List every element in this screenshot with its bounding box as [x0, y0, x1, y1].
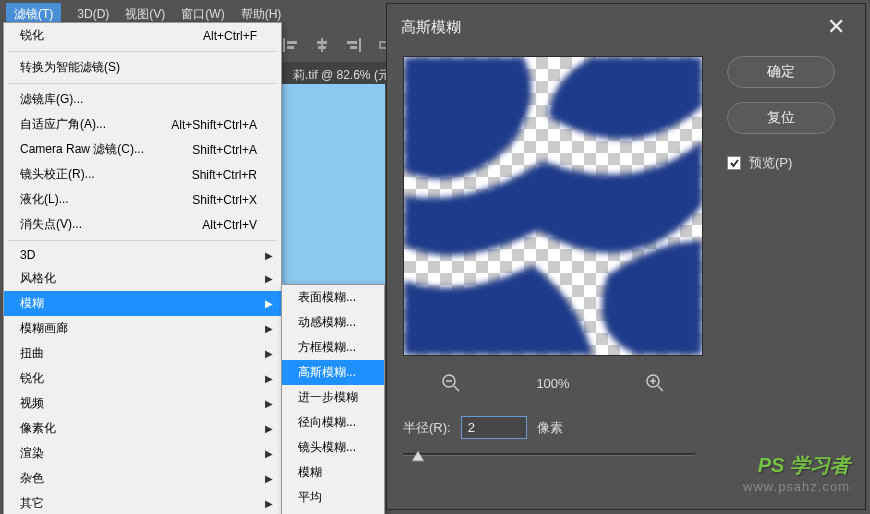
- chevron-right-icon: ▶: [265, 448, 273, 459]
- submenu-shape-blur[interactable]: 形状模糊...: [282, 510, 384, 514]
- preview-content: [404, 57, 702, 355]
- submenu-lens-blur[interactable]: 镜头模糊...: [282, 435, 384, 460]
- menu-item-pixelate[interactable]: 像素化▶: [4, 416, 281, 441]
- close-icon[interactable]: ✕: [821, 14, 851, 40]
- watermark: PS 学习者 www.psahz.com: [743, 452, 850, 494]
- check-icon: [729, 158, 740, 169]
- menu-item-stylize[interactable]: 风格化▶: [4, 266, 281, 291]
- zoom-percentage: 100%: [536, 376, 569, 391]
- menu-3d[interactable]: 3D(D): [77, 7, 109, 21]
- svg-point-1: [642, 207, 682, 235]
- menu-help[interactable]: 帮助(H): [241, 6, 282, 23]
- chevron-right-icon: ▶: [265, 323, 273, 334]
- menu-item-filter-gallery[interactable]: 滤镜库(G)...: [4, 87, 281, 112]
- menu-item-blur[interactable]: 模糊▶: [4, 291, 281, 316]
- preview-label: 预览(P): [749, 154, 792, 172]
- dialog-title: 高斯模糊: [401, 18, 461, 37]
- align-right-icon[interactable]: [345, 36, 363, 54]
- radius-unit: 像素: [537, 419, 563, 437]
- radius-label: 半径(R):: [403, 419, 451, 437]
- chevron-right-icon: ▶: [265, 373, 273, 384]
- menu-item-video[interactable]: 视频▶: [4, 391, 281, 416]
- menu-item-vanishing-point[interactable]: 消失点(V)...Alt+Ctrl+V: [4, 212, 281, 237]
- blur-submenu: 表面模糊... 动感模糊... 方框模糊... 高斯模糊... 进一步模糊 径向…: [281, 284, 385, 514]
- gaussian-blur-dialog: 高斯模糊 ✕ 100% 半径(R):: [386, 3, 866, 510]
- zoom-in-icon[interactable]: [644, 372, 666, 394]
- submenu-motion-blur[interactable]: 动感模糊...: [282, 310, 384, 335]
- chevron-right-icon: ▶: [265, 398, 273, 409]
- options-toolbar: [281, 28, 395, 62]
- submenu-box-blur[interactable]: 方框模糊...: [282, 335, 384, 360]
- menu-item-distort[interactable]: 扭曲▶: [4, 341, 281, 366]
- menu-item-smart-filter[interactable]: 转换为智能滤镜(S): [4, 55, 281, 80]
- preview-checkbox[interactable]: [727, 156, 741, 170]
- filter-menu: 锐化Alt+Ctrl+F 转换为智能滤镜(S) 滤镜库(G)... 自适应广角(…: [3, 22, 282, 514]
- chevron-right-icon: ▶: [265, 273, 273, 284]
- dialog-titlebar[interactable]: 高斯模糊 ✕: [387, 4, 865, 50]
- menu-item-other[interactable]: 其它▶: [4, 491, 281, 514]
- svg-line-3: [454, 386, 459, 391]
- menu-item-lens-correction[interactable]: 镜头校正(R)...Shift+Ctrl+R: [4, 162, 281, 187]
- menu-item-3d[interactable]: 3D▶: [4, 244, 281, 266]
- svg-marker-9: [412, 451, 424, 461]
- menu-item-last-filter[interactable]: 锐化Alt+Ctrl+F: [4, 23, 281, 48]
- menu-item-blur-gallery[interactable]: 模糊画廊▶: [4, 316, 281, 341]
- preview-image[interactable]: [403, 56, 703, 356]
- menu-item-render[interactable]: 渲染▶: [4, 441, 281, 466]
- radius-input[interactable]: [461, 416, 527, 439]
- ok-button[interactable]: 确定: [727, 56, 835, 88]
- submenu-blur-more[interactable]: 进一步模糊: [282, 385, 384, 410]
- chevron-right-icon: ▶: [265, 423, 273, 434]
- submenu-blur[interactable]: 模糊: [282, 460, 384, 485]
- menu-item-noise[interactable]: 杂色▶: [4, 466, 281, 491]
- zoom-out-icon[interactable]: [440, 372, 462, 394]
- submenu-surface-blur[interactable]: 表面模糊...: [282, 285, 384, 310]
- menu-item-camera-raw[interactable]: Camera Raw 滤镜(C)...Shift+Ctrl+A: [4, 137, 281, 162]
- menu-item-liquify[interactable]: 液化(L)...Shift+Ctrl+X: [4, 187, 281, 212]
- menu-item-sharpen[interactable]: 锐化▶: [4, 366, 281, 391]
- align-left-icon[interactable]: [281, 36, 299, 54]
- menu-view[interactable]: 视图(V): [125, 6, 165, 23]
- chevron-right-icon: ▶: [265, 348, 273, 359]
- chevron-right-icon: ▶: [265, 250, 273, 261]
- radius-slider[interactable]: [403, 453, 695, 456]
- submenu-average[interactable]: 平均: [282, 485, 384, 510]
- menu-item-adaptive-wide-angle[interactable]: 自适应广角(A)...Alt+Shift+Ctrl+A: [4, 112, 281, 137]
- align-center-h-icon[interactable]: [313, 36, 331, 54]
- submenu-radial-blur[interactable]: 径向模糊...: [282, 410, 384, 435]
- menu-window[interactable]: 窗口(W): [181, 6, 224, 23]
- chevron-right-icon: ▶: [265, 498, 273, 509]
- watermark-text: PS 学习者: [743, 452, 850, 479]
- reset-button[interactable]: 复位: [727, 102, 835, 134]
- submenu-gaussian-blur[interactable]: 高斯模糊...: [282, 360, 384, 385]
- chevron-right-icon: ▶: [265, 298, 273, 309]
- watermark-url: www.psahz.com: [743, 479, 850, 494]
- chevron-right-icon: ▶: [265, 473, 273, 484]
- svg-line-6: [658, 386, 663, 391]
- slider-thumb-icon[interactable]: [411, 449, 425, 463]
